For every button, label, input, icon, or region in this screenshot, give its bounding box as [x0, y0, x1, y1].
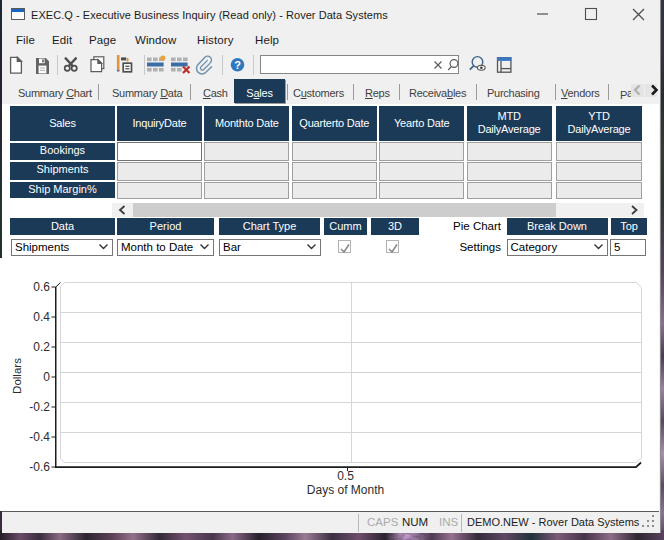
svg-text:?: ? [234, 59, 241, 71]
svg-text:0: 0 [43, 370, 50, 384]
svg-text:-0.2: -0.2 [29, 400, 50, 414]
svg-text:0.5: 0.5 [337, 469, 354, 483]
svg-text:0.4: 0.4 [33, 310, 50, 324]
svg-text:-0.6: -0.6 [29, 460, 50, 474]
svg-text:-0.4: -0.4 [29, 430, 50, 444]
svg-text:Days of Month: Days of Month [307, 483, 384, 497]
svg-text:0.2: 0.2 [33, 340, 50, 354]
svg-text:0.6: 0.6 [33, 280, 50, 294]
svg-text:Dollars: Dollars [11, 358, 23, 394]
